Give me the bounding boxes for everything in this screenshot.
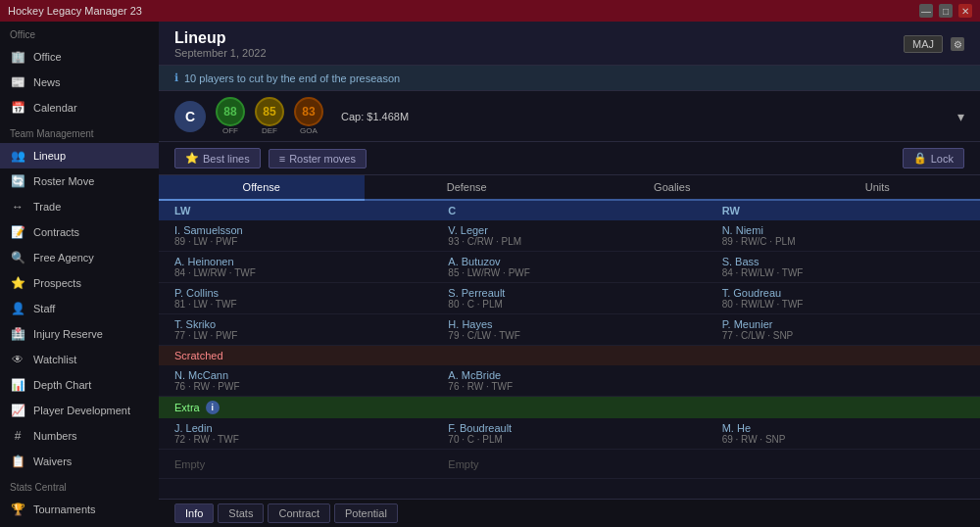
extra-info-icon: i: [206, 401, 220, 414]
c-header: C: [432, 201, 706, 220]
player-name[interactable]: H. Hayes: [448, 318, 690, 330]
player-name[interactable]: P. Collins: [174, 287, 416, 299]
team-section-label: Team Management: [0, 120, 159, 143]
bottom-tab-stats[interactable]: Stats: [218, 503, 264, 523]
player-name[interactable]: J. Ledin: [174, 422, 416, 434]
sidebar-item-contracts[interactable]: 📝 Contracts: [0, 219, 159, 245]
player-name[interactable]: N. Niemi: [722, 224, 964, 236]
sidebar-item-calendar-label: Calendar: [33, 102, 77, 114]
sidebar-item-waivers[interactable]: 📋 Waivers: [0, 449, 159, 474]
sidebar-item-roster-move[interactable]: 🔄 Roster Move: [0, 168, 159, 194]
lw-cell-2: A. Heinonen 84 · LW/RW · TWF: [159, 252, 432, 282]
player-name[interactable]: A. McBride: [448, 369, 690, 381]
office-section-label: Office: [0, 22, 159, 44]
bottom-tab-contract[interactable]: Contract: [268, 503, 330, 523]
table-row: Empty Empty: [159, 450, 980, 479]
header-settings-button[interactable]: ⚙: [951, 37, 964, 51]
expand-button[interactable]: ▾: [957, 109, 964, 124]
staff-icon: 👤: [10, 301, 25, 316]
player-name[interactable]: F. Boudreault: [448, 422, 690, 434]
player-name[interactable]: M. He: [722, 422, 964, 434]
sidebar-item-injury-reserve[interactable]: 🏥 Injury Reserve: [0, 321, 159, 347]
c-cell-e2[interactable]: Empty: [432, 450, 706, 478]
best-lines-icon: ⭐: [185, 152, 199, 165]
defense-label: DEF: [262, 126, 277, 135]
free-agency-icon: 🔍: [10, 250, 25, 265]
restore-button[interactable]: □: [939, 4, 953, 18]
sidebar-item-player-development[interactable]: 📈 Player Development: [0, 398, 159, 423]
sidebar-item-news[interactable]: 📰 News: [0, 70, 159, 95]
sidebar-item-lineup[interactable]: 👥 Lineup: [0, 143, 159, 168]
player-name[interactable]: S. Perreault: [448, 287, 690, 299]
player-name[interactable]: T. Goudreau: [722, 287, 964, 299]
sidebar-item-calendar[interactable]: 📅 Calendar: [0, 95, 159, 120]
table-row: J. Ledin 72 · RW · TWF F. Boudreault 70 …: [159, 418, 980, 450]
office-icon: 🏢: [10, 49, 25, 65]
trade-icon: ↔: [10, 199, 25, 215]
tab-offense[interactable]: Offense: [159, 175, 365, 201]
player-name[interactable]: S. Bass: [722, 256, 964, 267]
scratched-header: Scratched: [159, 346, 980, 365]
defense-stat: 85 DEF: [255, 97, 284, 135]
player-name[interactable]: I. Samuelsson: [174, 224, 416, 236]
rw-cell-s1: [707, 365, 980, 396]
player-name[interactable]: A. Butuzov: [448, 256, 690, 267]
goalie-stat: 83 GOA: [294, 97, 323, 135]
sidebar-item-free-agency[interactable]: 🔍 Free Agency: [0, 245, 159, 270]
window-controls[interactable]: — □ ✕: [919, 4, 972, 18]
tab-units[interactable]: Units: [775, 175, 981, 199]
c-cell-2: A. Butuzov 85 · LW/RW · PWF: [432, 252, 706, 282]
alert-message: 10 players to cut by the end of the pres…: [184, 72, 400, 84]
player-info: 93 · C/RW · PLM: [448, 236, 690, 247]
sidebar-item-staff[interactable]: 👤 Staff: [0, 296, 159, 321]
lw-cell-3: P. Collins 81 · LW · TWF: [159, 283, 432, 313]
news-icon: 📰: [10, 74, 25, 90]
offense-label: OFF: [222, 126, 238, 135]
offense-circle: 88: [216, 97, 245, 126]
sidebar-item-tournaments[interactable]: 🏆 Tournaments: [0, 497, 159, 522]
rw-cell-1: N. Niemi 89 · RW/C · PLM: [707, 220, 980, 251]
depth-chart-icon: 📊: [10, 377, 25, 393]
sidebar-item-trade-label: Trade: [33, 201, 61, 213]
player-info: 84 · RW/LW · TWF: [722, 267, 964, 278]
close-button[interactable]: ✕: [958, 4, 972, 18]
bottom-tab-info[interactable]: Info: [174, 503, 214, 523]
maj-button[interactable]: MAJ: [904, 35, 943, 53]
lock-button[interactable]: 🔒 Lock: [903, 148, 964, 168]
bottom-tab-potential[interactable]: Potential: [334, 503, 398, 523]
main-tabs: Offense Defense Goalies Units: [159, 175, 980, 201]
player-name[interactable]: A. Heinonen: [174, 256, 416, 267]
best-lines-button[interactable]: ⭐ Best lines: [174, 148, 261, 168]
sidebar-item-numbers[interactable]: # Numbers: [0, 423, 159, 449]
player-name[interactable]: V. Leger: [448, 224, 690, 236]
player-info: 76 · RW · TWF: [448, 381, 690, 392]
player-info: 81 · LW · TWF: [174, 299, 416, 310]
content-header: Lineup September 1, 2022 MAJ ⚙: [159, 22, 980, 66]
tab-goalies[interactable]: Goalies: [569, 175, 775, 199]
player-name[interactable]: T. Skriko: [174, 318, 416, 330]
sidebar-item-watchlist[interactable]: 👁 Watchlist: [0, 347, 159, 372]
c-cell-1: V. Leger 93 · C/RW · PLM: [432, 220, 706, 251]
sidebar-item-watchlist-label: Watchlist: [33, 354, 76, 365]
table-row: P. Collins 81 · LW · TWF S. Perreault 80…: [159, 283, 980, 314]
player-name[interactable]: P. Meunier: [722, 318, 964, 330]
sidebar-item-prospects[interactable]: ⭐ Prospects: [0, 270, 159, 296]
player-info: 80 · C · PLM: [448, 299, 690, 310]
page-date: September 1, 2022: [174, 47, 267, 59]
rw-cell-e2: [707, 450, 980, 478]
goalie-circle: 83: [294, 97, 323, 126]
roster-moves-button[interactable]: ≡ Roster moves: [269, 149, 367, 168]
player-info: 89 · RW/C · PLM: [722, 236, 964, 247]
c-cell-4: H. Hayes 79 · C/LW · TWF: [432, 314, 706, 345]
player-name[interactable]: N. McCann: [174, 369, 416, 381]
lw-cell-s1: N. McCann 76 · RW · PWF: [159, 365, 432, 396]
tab-defense[interactable]: Defense: [365, 175, 570, 199]
player-info: 76 · RW · PWF: [174, 381, 416, 392]
sidebar-item-trade[interactable]: ↔ Trade: [0, 194, 159, 219]
sidebar-item-depth-chart[interactable]: 📊 Depth Chart: [0, 372, 159, 398]
minimize-button[interactable]: —: [919, 4, 933, 18]
sidebar-item-waivers-label: Waivers: [33, 455, 72, 467]
team-stats-row: C 88 OFF 85 DEF 83 GOA Cap: $1.468M ▾: [159, 91, 980, 142]
sidebar-item-office[interactable]: 🏢 Office: [0, 44, 159, 70]
lw-cell-e2[interactable]: Empty: [159, 450, 432, 478]
